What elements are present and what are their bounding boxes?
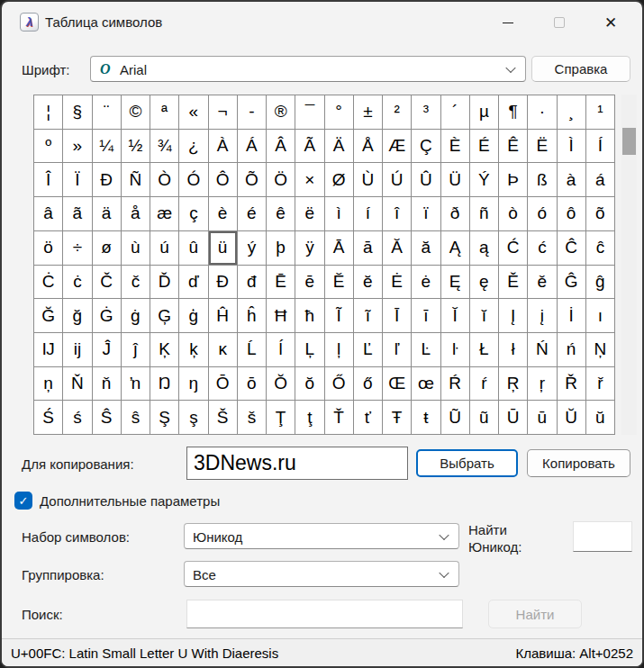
char-cell[interactable]: Ĕ <box>325 266 353 299</box>
goto-unicode-input[interactable] <box>573 521 632 552</box>
char-cell[interactable]: ĺ <box>267 333 295 366</box>
char-cell[interactable]: Ģ <box>150 299 178 332</box>
char-cell[interactable]: ħ <box>295 299 323 332</box>
char-cell[interactable]: ° <box>325 95 353 129</box>
char-cell[interactable]: í <box>354 197 382 230</box>
char-cell[interactable]: Ñ <box>122 163 150 196</box>
char-cell[interactable]: Ę <box>441 266 469 299</box>
char-cell[interactable]: þ <box>267 231 295 265</box>
char-cell[interactable]: ® <box>267 95 295 129</box>
char-cell[interactable]: ² <box>383 95 411 129</box>
char-cell[interactable]: ¶ <box>499 95 527 129</box>
char-cell[interactable]: º <box>34 130 62 163</box>
char-cell[interactable]: ô <box>558 197 585 230</box>
advanced-view-checkbox[interactable]: ✓ <box>14 492 32 510</box>
char-cell[interactable]: ē <box>295 266 323 299</box>
char-cell[interactable]: ç <box>179 197 207 230</box>
char-cell[interactable]: Ū <box>499 401 527 434</box>
char-cell[interactable]: ň <box>93 367 121 401</box>
char-cell[interactable]: Ý <box>470 163 498 196</box>
char-cell[interactable]: Ř <box>558 367 585 401</box>
char-cell[interactable]: ä <box>93 197 121 230</box>
char-cell[interactable]: Û <box>412 163 440 196</box>
char-cell[interactable]: ĩ <box>354 299 382 332</box>
char-cell[interactable]: « <box>179 95 207 129</box>
char-cell[interactable]: œ <box>412 367 440 401</box>
copy-button[interactable]: Копировать <box>527 449 630 477</box>
char-cell[interactable]: Ó <box>179 163 207 196</box>
char-cell[interactable]: ă <box>412 231 440 265</box>
char-cell[interactable]: ċ <box>63 266 91 299</box>
char-cell[interactable]: Ü <box>441 163 469 196</box>
char-cell[interactable]: Ĉ <box>558 231 585 265</box>
char-cell[interactable]: Ũ <box>441 401 469 434</box>
char-cell[interactable]: Ĺ <box>238 333 266 366</box>
char-cell[interactable]: ¨ <box>93 95 121 129</box>
char-cell[interactable]: Ù <box>354 163 382 196</box>
char-cell[interactable]: Ã <box>295 130 323 163</box>
char-cell[interactable]: Ğ <box>34 299 62 332</box>
char-cell[interactable]: Ā <box>325 231 353 265</box>
char-cell[interactable]: Ŧ <box>383 401 411 434</box>
char-cell[interactable]: Ï <box>63 163 91 196</box>
char-cell[interactable]: Ì <box>558 130 585 163</box>
char-cell[interactable]: Ē <box>267 266 295 299</box>
char-cell[interactable]: ĝ <box>586 266 614 299</box>
char-cell[interactable]: å <box>122 197 150 230</box>
char-cell[interactable]: Ĵ <box>93 333 121 366</box>
char-cell[interactable]: ª <box>150 95 178 129</box>
char-cell[interactable]: ś <box>63 401 91 434</box>
char-cell[interactable]: ō <box>238 367 266 401</box>
char-cell[interactable]: É <box>470 130 498 163</box>
char-cell[interactable]: Á <box>238 130 266 163</box>
char-cell[interactable]: Ç <box>412 130 440 163</box>
char-cell[interactable]: ŭ <box>586 401 614 434</box>
char-cell[interactable]: ½ <box>122 130 150 163</box>
char-cell[interactable]: Â <box>267 130 295 163</box>
char-cell[interactable]: Ŝ <box>93 401 121 434</box>
char-cell[interactable]: æ <box>150 197 178 230</box>
char-cell[interactable]: Ĝ <box>558 266 585 299</box>
char-cell[interactable]: Ś <box>34 401 62 434</box>
char-cell[interactable]: ì <box>325 197 353 230</box>
char-cell[interactable]: ń <box>558 333 585 366</box>
char-cell[interactable]: ğ <box>63 299 91 332</box>
char-cell[interactable]: ± <box>354 95 382 129</box>
char-cell[interactable]: Ł <box>470 333 498 366</box>
char-cell[interactable]: ó <box>528 197 556 230</box>
char-cell[interactable]: ş <box>179 401 207 434</box>
char-cell[interactable]: ò <box>499 197 527 230</box>
scrollbar-thumb[interactable] <box>622 128 636 155</box>
char-cell[interactable]: Ş <box>150 401 178 434</box>
char-cell[interactable]: Ħ <box>267 299 295 332</box>
char-cell[interactable]: Ī <box>383 299 411 332</box>
char-cell[interactable]: é <box>238 197 266 230</box>
char-cell[interactable]: Ĭ <box>441 299 469 332</box>
char-cell[interactable]: Ø <box>325 163 353 196</box>
char-cell[interactable]: Ĩ <box>325 299 353 332</box>
char-cell[interactable]: ð <box>441 197 469 230</box>
char-cell[interactable]: ĸ <box>209 333 237 366</box>
char-cell[interactable]: ķ <box>179 333 207 366</box>
char-cell[interactable]: ã <box>63 197 91 230</box>
char-cell[interactable]: Ň <box>63 367 91 401</box>
char-cell[interactable]: û <box>179 231 207 265</box>
char-cell[interactable]: ŏ <box>295 367 323 401</box>
char-cell[interactable]: § <box>63 95 91 129</box>
char-cell[interactable]: ŕ <box>470 367 498 401</box>
char-cell[interactable]: Ŏ <box>267 367 295 401</box>
char-cell[interactable]: Ė <box>383 266 411 299</box>
char-cell[interactable]: ý <box>238 231 266 265</box>
char-cell[interactable]: ŝ <box>122 401 150 434</box>
char-cell[interactable]: ŀ <box>441 333 469 366</box>
char-cell[interactable]: Ľ <box>354 333 382 366</box>
char-cell[interactable]: į <box>528 299 556 332</box>
char-cell[interactable]: ĳ <box>63 333 91 366</box>
char-cell[interactable]: Ķ <box>150 333 178 366</box>
char-cell[interactable]: ´ <box>441 95 469 129</box>
char-cell[interactable]: Ě <box>499 266 527 299</box>
char-cell[interactable]: Ä <box>325 130 353 163</box>
char-cell[interactable]: ţ <box>295 401 323 434</box>
char-cell[interactable]: ø <box>93 231 121 265</box>
char-cell[interactable]: Ŭ <box>558 401 585 434</box>
